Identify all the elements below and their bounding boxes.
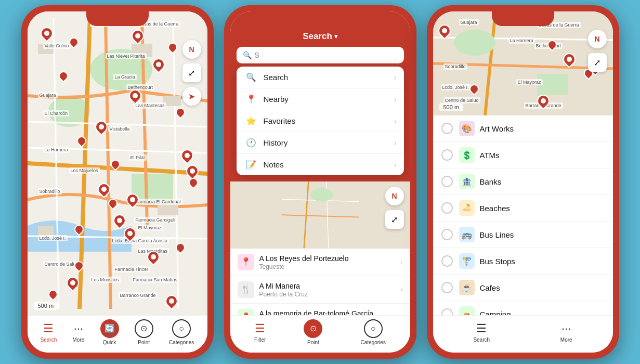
cat-art-checkbox[interactable]	[441, 123, 453, 134]
compass-2[interactable]: N	[385, 187, 404, 205]
cat-banks-checkbox[interactable]	[441, 176, 453, 187]
dropdown-history[interactable]: 🕐 History ›	[237, 132, 404, 154]
nav-quick[interactable]: 🔄 Quick	[100, 319, 119, 345]
search-header: Search ▾ 🔍 S 🔍 Search › 📍 Nearby ›	[230, 11, 410, 181]
categories-list: 🎨 Art Works 💲 ATMs 🏦 Banks 🏖 Beaches	[433, 115, 613, 315]
result-1-icon: 🍴	[238, 281, 254, 298]
search-icon-3: ☰	[476, 322, 487, 335]
result-0-chevron: ›	[400, 258, 402, 266]
map-label-valle: Valle Colino	[43, 43, 71, 49]
search-bar[interactable]: 🔍 S	[237, 47, 404, 63]
cat-beaches-icon: 🏖	[459, 200, 475, 216]
cat-banks[interactable]: 🏦 Banks	[433, 168, 613, 195]
cat-atms-checkbox[interactable]	[441, 149, 453, 161]
phone-search: Search ▾ 🔍 S 🔍 Search › 📍 Nearby ›	[224, 5, 416, 359]
result-1-sub: Puerto de la Cruz	[259, 291, 401, 298]
map-label-piterita: Piterita	[129, 53, 147, 59]
favorites-dd-icon: ⭐	[244, 116, 258, 126]
map-label-elena: Lcda. Elena García Acosta	[111, 238, 169, 244]
result-2[interactable]: 📍 A la memoria de Bar-tolomé García Sant…	[230, 304, 410, 315]
result-1[interactable]: 🍴 A Mi Manera Puerto de la Cruz ›	[230, 276, 410, 304]
dropdown-nearby[interactable]: 📍 Nearby ›	[237, 88, 404, 110]
search-title: Search ▾	[230, 27, 410, 44]
nav-more-label: More	[73, 337, 85, 343]
cat-art-label: Art Works	[480, 124, 514, 133]
map-view[interactable]: Villaflor Casas de la Guerra Valle Colin…	[28, 11, 207, 315]
notch-3	[492, 11, 554, 26]
cat-bus-lines[interactable]: 🚌 Bus Lines	[433, 222, 613, 248]
cat-beaches-checkbox[interactable]	[441, 202, 453, 214]
result-1-chevron: ›	[400, 285, 402, 293]
phone-categories: Guajara La Hornera Sobradillo El Mayoraz…	[427, 5, 619, 359]
nav-categories-label-2: Categories	[361, 340, 386, 345]
notch	[86, 11, 149, 26]
nav-search[interactable]: ☰ Search	[41, 322, 57, 343]
result-2-text: A la memoria de Bar-tolomé García Santa …	[259, 309, 401, 315]
search-input[interactable]: S	[255, 51, 398, 59]
locate-button[interactable]: ➤	[182, 87, 201, 106]
nav-categories-2[interactable]: ○ Categories	[361, 319, 386, 345]
result-0[interactable]: 📍 A Los Reyes del Portezuelo Tegueste ›	[230, 249, 410, 276]
history-chevron-icon: ›	[394, 139, 397, 147]
nav-point-label-2: Point	[307, 340, 319, 345]
cat-cafes-checkbox[interactable]	[441, 282, 453, 293]
scale-3: 500 m	[439, 103, 464, 111]
expand-button[interactable]: ⤢	[182, 63, 201, 82]
bottom-nav-3: ☰ Search ··· More	[433, 315, 613, 353]
svg-point-8	[310, 188, 333, 202]
cat-beaches[interactable]: 🏖 Beaches	[433, 195, 613, 222]
cat-cafes-label: Cafes	[480, 283, 500, 292]
result-0-icon: 📍	[238, 254, 254, 270]
compass-3[interactable]: N	[588, 30, 607, 48]
history-dd-icon: 🕐	[244, 138, 258, 148]
dropdown-favorites[interactable]: ⭐ Favorites ›	[237, 110, 404, 132]
cat-bus-lines-checkbox[interactable]	[441, 229, 453, 240]
cat-art-works[interactable]: 🎨 Art Works	[433, 115, 613, 142]
cat-map-jose: Lcdo. José I.	[441, 84, 471, 90]
map-label-bethencourt: Bethencourt	[126, 84, 155, 90]
expand-2[interactable]: ⤢	[385, 210, 404, 229]
nav-more[interactable]: ··· More	[73, 322, 85, 343]
categories-icon-2: ○	[364, 319, 383, 338]
map-label-barranco: Barranco Grande	[119, 292, 158, 298]
cat-bus-stops-checkbox[interactable]	[441, 255, 453, 267]
expand-3[interactable]: ⤢	[588, 53, 607, 72]
nav-point-2[interactable]: ⊙ Point	[304, 319, 322, 345]
cat-atms-icon: 💲	[459, 147, 475, 163]
map-label-hornera: La Hornera	[43, 147, 70, 153]
bottom-nav-1: ☰ Search ··· More 🔄 Quick ⊙ Point ○ Cate…	[28, 315, 207, 353]
phone-map: Villaflor Casas de la Guerra Valle Colin…	[21, 5, 214, 359]
cat-bus-stops[interactable]: 🚏 Bus Stops	[433, 248, 613, 275]
nav-categories[interactable]: ○ Categories	[169, 319, 194, 345]
nav-more-3[interactable]: ··· More	[560, 322, 572, 343]
cat-map-hornera: La Hornera	[508, 37, 535, 44]
cat-map-sobradillo: Sobradillo	[443, 63, 467, 70]
cat-atms[interactable]: 💲 ATMs	[433, 142, 613, 168]
nav-filter[interactable]: ☰ Filter	[254, 322, 266, 343]
more-icon: ···	[74, 322, 83, 335]
nav-point[interactable]: ⊙ Point	[135, 319, 153, 345]
cat-camping[interactable]: ⛺ Camping	[433, 301, 613, 315]
dropdown-notes[interactable]: 📝 Notes ›	[237, 154, 404, 175]
cat-bus-stops-icon: 🚏	[459, 253, 475, 269]
map-label-jose: Lcdo. José I.	[38, 235, 68, 241]
svg-rect-6	[38, 226, 54, 236]
dropdown-search[interactable]: 🔍 Search ›	[237, 67, 404, 88]
cat-bus-stops-label: Bus Stops	[480, 257, 515, 266]
map-label-las-nieves: Las Nieves	[106, 53, 132, 59]
search-icon: ☰	[43, 322, 54, 335]
cat-camping-checkbox[interactable]	[441, 308, 453, 315]
result-2-name: A la memoria de Bar-tolomé García	[259, 309, 401, 315]
cat-cafes[interactable]: ☕ Cafes	[433, 275, 613, 301]
dropdown-search-label: Search	[264, 73, 394, 82]
map-label-san-matias: Farmacia San Matías	[132, 277, 179, 283]
compass-button[interactable]: N	[182, 40, 201, 59]
cat-banks-label: Banks	[480, 177, 502, 186]
dropdown-history-label: History	[264, 138, 394, 147]
nav-categories-label: Categories	[169, 340, 194, 345]
cat-camping-label: Camping	[480, 310, 511, 316]
map-label-mantecas: Las Mantecas	[134, 102, 166, 109]
cat-map-moriscos: El Mayoraz	[516, 79, 543, 85]
cat-bus-lines-icon: 🚌	[459, 227, 475, 242]
nav-search-3[interactable]: ☰ Search	[473, 322, 490, 343]
